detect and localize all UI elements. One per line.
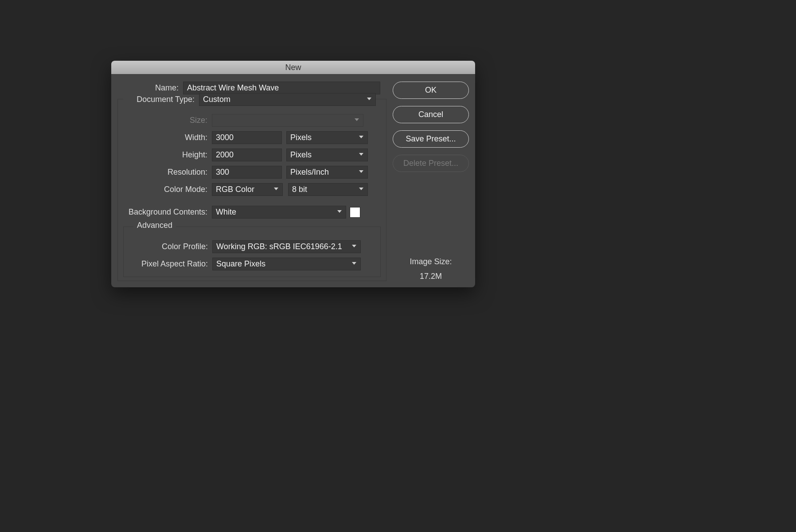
ok-button[interactable]: OK: [393, 82, 469, 99]
doctype-select[interactable]: Custom: [199, 93, 376, 106]
image-size-info: Image Size: 17.2M: [393, 257, 469, 281]
cancel-button-label: Cancel: [418, 110, 443, 119]
image-size-value: 17.2M: [393, 272, 469, 281]
chevron-down-icon: [354, 118, 359, 123]
size-label: Size:: [123, 116, 212, 125]
chevron-down-icon: [367, 97, 372, 102]
height-label: Height:: [123, 150, 212, 160]
save-preset-button[interactable]: Save Preset...: [393, 130, 469, 148]
resolution-input[interactable]: [212, 166, 282, 179]
image-size-label: Image Size:: [393, 257, 469, 266]
chevron-down-icon: [359, 153, 364, 158]
chevron-down-icon: [359, 135, 364, 141]
chevron-down-icon: [351, 262, 357, 267]
pixel-aspect-label: Pixel Aspect Ratio:: [129, 259, 212, 269]
new-document-dialog: New Name: Document Type: Custom Size:: [111, 61, 475, 287]
width-label: Width:: [123, 133, 212, 142]
bg-contents-select[interactable]: White: [212, 206, 346, 219]
dialog-title: New: [285, 63, 301, 72]
color-profile-select[interactable]: Working RGB: sRGB IEC61966-2.1: [212, 240, 361, 253]
delete-preset-button-label: Delete Preset...: [403, 159, 458, 168]
height-unit-select[interactable]: Pixels: [286, 149, 368, 161]
ok-button-label: OK: [425, 86, 437, 95]
resolution-unit-select[interactable]: Pixels/Inch: [286, 166, 368, 179]
chevron-down-icon: [337, 210, 342, 215]
delete-preset-button: Delete Preset...: [393, 155, 469, 172]
cancel-button[interactable]: Cancel: [393, 106, 469, 123]
chevron-down-icon: [273, 187, 279, 192]
advanced-legend: Advanced: [133, 221, 176, 230]
save-preset-button-label: Save Preset...: [406, 134, 456, 144]
pixel-aspect-select[interactable]: Square Pixels: [212, 258, 361, 270]
bit-depth-select[interactable]: 8 bit: [288, 183, 368, 196]
resolution-label: Resolution:: [123, 168, 212, 177]
chevron-down-icon: [359, 187, 364, 192]
size-select[interactable]: [212, 114, 363, 127]
name-label: Name:: [117, 83, 183, 93]
color-mode-select[interactable]: RGB Color: [212, 183, 283, 196]
doctype-label: Document Type:: [123, 95, 199, 104]
chevron-down-icon: [351, 244, 357, 250]
chevron-down-icon: [359, 170, 364, 175]
document-settings-group: Document Type: Custom Size: Width:: [117, 99, 386, 281]
height-input[interactable]: [212, 149, 282, 161]
dialog-titlebar: New: [111, 61, 475, 74]
bg-color-swatch[interactable]: [350, 207, 360, 218]
name-input[interactable]: [183, 82, 380, 94]
bg-contents-label: Background Contents:: [123, 207, 212, 217]
advanced-group: Advanced Color Profile: Working RGB: sRG…: [123, 227, 381, 277]
width-unit-select[interactable]: Pixels: [286, 131, 368, 144]
color-profile-label: Color Profile:: [129, 242, 212, 251]
color-mode-label: Color Mode:: [123, 185, 212, 194]
width-input[interactable]: [212, 131, 282, 144]
